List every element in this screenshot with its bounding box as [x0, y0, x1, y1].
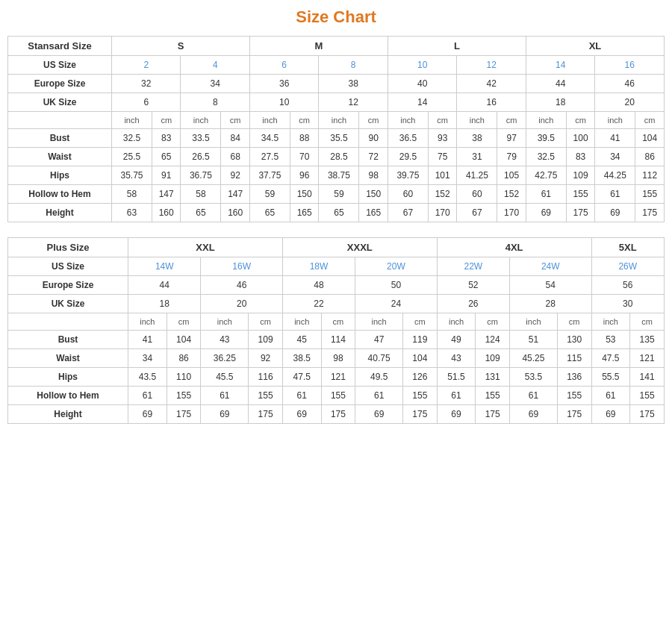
plus-measurement-val: 155 [403, 387, 438, 405]
standard-size-table: Stansard Size S M L XL US Size2468101214… [7, 36, 665, 222]
plus-measurement-val: 38.5 [282, 349, 321, 368]
uk-size-val: 20 [595, 93, 665, 112]
measurement-label: Waist [8, 148, 112, 166]
plus-measurement-val: 136 [557, 368, 591, 387]
plus-measurement-label: Waist [8, 349, 128, 368]
measurement-val: 147 [221, 185, 250, 204]
unit-cell: cm [566, 112, 595, 129]
measurement-val: 165 [290, 204, 319, 222]
plus-measurement-val: 49.5 [355, 368, 403, 387]
plus-unit-cell: cm [476, 313, 510, 331]
measurement-val: 35.5 [319, 129, 359, 148]
plus-measurement-val: 51 [510, 331, 558, 349]
xxl-header: XXL [128, 238, 283, 257]
measurement-val: 91 [152, 166, 181, 185]
plus-measurement-val: 175 [630, 405, 665, 424]
measurement-label: Height [8, 204, 112, 222]
measurement-val: 175 [566, 204, 595, 222]
plus-unit-cell: inch [591, 313, 630, 331]
plus-measurement-val: 61 [201, 387, 249, 405]
plus-size-table: Plus Size XXL XXXL 4XL 5XL US Size14W16W… [7, 237, 665, 424]
plus-europe-size-val: 46 [201, 276, 282, 295]
measurement-val: 104 [635, 129, 665, 148]
measurement-val: 93 [428, 129, 457, 148]
unit-cell: inch [319, 112, 359, 129]
plus-measurement-val: 49 [437, 331, 476, 349]
plus-measurement-val: 109 [476, 349, 510, 368]
plus-measurement-val: 86 [167, 349, 201, 368]
plus-measurement-val: 53.5 [510, 368, 558, 387]
plus-measurement-val: 155 [167, 387, 201, 405]
plus-measurement-val: 47.5 [591, 349, 630, 368]
standard-size-label: Stansard Size [8, 37, 112, 56]
plus-measurement-val: 69 [510, 405, 558, 424]
unit-cell: inch [595, 112, 635, 129]
measurement-val: 38.75 [319, 166, 359, 185]
plus-us-size-val: 14W [128, 257, 201, 276]
unit-cell: cm [221, 112, 250, 129]
us-size-val: 10 [388, 56, 456, 75]
plus-measurement-val: 110 [167, 368, 201, 387]
unit-cell: inch [181, 112, 221, 129]
plus-us-size-label: US Size [8, 257, 128, 276]
plus-measurement-val: 47 [355, 331, 403, 349]
uk-size-val: 12 [319, 93, 388, 112]
plus-measurement-val: 126 [403, 368, 438, 387]
plus-unit-cell: cm [403, 313, 438, 331]
unit-cell: inch [457, 112, 497, 129]
measurement-label: Hollow to Hem [8, 185, 112, 204]
measurement-val: 59 [319, 185, 359, 204]
plus-measurement-val: 43 [437, 349, 476, 368]
plus-us-size-val: 26W [591, 257, 665, 276]
measurement-label: Hips [8, 166, 112, 185]
plus-measurement-val: 61 [355, 387, 403, 405]
l-header: L [388, 37, 526, 56]
unit-cell: cm [152, 112, 181, 129]
standard-size-chart: Stansard Size S M L XL US Size2468101214… [7, 36, 665, 222]
europe-size-label: Europe Size [8, 75, 112, 93]
plus-measurement-val: 40.75 [355, 349, 403, 368]
measurement-val: 170 [428, 204, 457, 222]
plus-measurement-val: 45.25 [510, 349, 558, 368]
plus-measurement-val: 69 [591, 405, 630, 424]
measurement-val: 58 [112, 185, 152, 204]
measurement-val: 175 [635, 204, 665, 222]
plus-unit-cell: cm [630, 313, 665, 331]
measurement-val: 42.75 [526, 166, 566, 185]
plus-size-label: Plus Size [8, 238, 128, 257]
plus-us-size-val: 18W [282, 257, 355, 276]
us-size-val: 12 [457, 56, 526, 75]
plus-us-size-val: 24W [510, 257, 591, 276]
plus-measurement-val: 61 [282, 387, 321, 405]
xxxl-header: XXXL [282, 238, 437, 257]
plus-measurement-val: 61 [510, 387, 558, 405]
measurement-val: 109 [566, 166, 595, 185]
plus-unit-cell: inch [201, 313, 249, 331]
measurement-val: 160 [152, 204, 181, 222]
measurement-val: 63 [112, 204, 152, 222]
measurement-val: 33.5 [181, 129, 221, 148]
plus-measurement-val: 131 [476, 368, 510, 387]
plus-unit-cell: inch [437, 313, 476, 331]
measurement-val: 61 [595, 185, 635, 204]
plus-measurement-val: 53 [591, 331, 630, 349]
plus-uk-size-val: 18 [128, 295, 201, 313]
measurement-val: 112 [635, 166, 665, 185]
plus-unit-cell: cm [249, 313, 283, 331]
plus-uk-size-val: 28 [510, 295, 591, 313]
plus-europe-size-label: Europe Size [8, 276, 128, 295]
plus-measurement-val: 155 [630, 387, 665, 405]
measurement-val: 105 [497, 166, 526, 185]
measurement-val: 152 [497, 185, 526, 204]
measurement-val: 39.5 [526, 129, 566, 148]
plus-measurement-val: 155 [557, 387, 591, 405]
uk-size-label: UK Size [8, 93, 112, 112]
measurement-val: 67 [457, 204, 497, 222]
measurement-val: 35.75 [112, 166, 152, 185]
plus-measurement-val: 175 [321, 405, 355, 424]
plus-measurement-val: 92 [249, 349, 283, 368]
plus-measurement-val: 61 [437, 387, 476, 405]
plus-unit-cell: inch [510, 313, 558, 331]
plus-measurement-val: 61 [128, 387, 167, 405]
measurement-label: Bust [8, 129, 112, 148]
